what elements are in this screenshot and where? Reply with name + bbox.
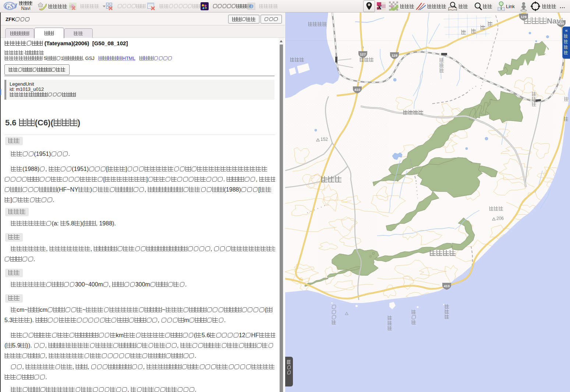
svg-text:i: i (251, 4, 252, 8)
svg-text:128: 128 (392, 53, 397, 57)
svg-text:x: x (377, 2, 382, 11)
svg-text:GSJ: GSJ (5, 2, 17, 10)
svg-text:410: 410 (444, 284, 450, 288)
svg-text:127: 127 (360, 52, 366, 56)
svg-text:410: 410 (354, 88, 360, 92)
